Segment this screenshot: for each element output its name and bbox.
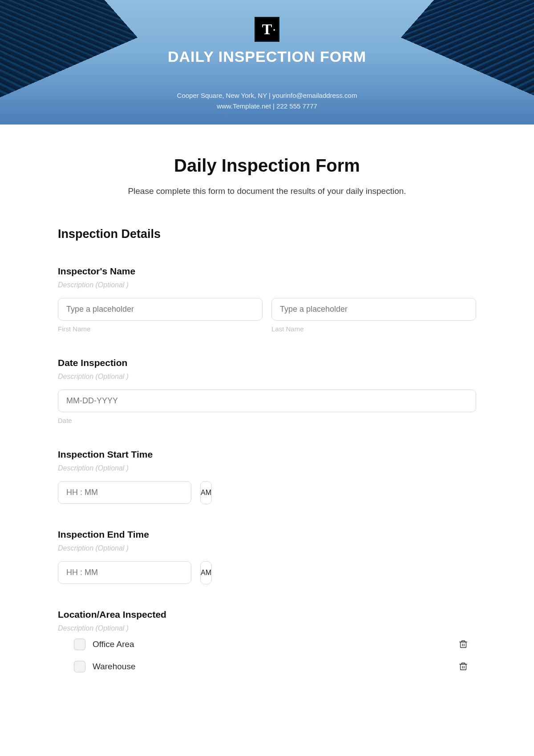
location-option-row: Office Area — [58, 632, 476, 655]
first-name-sublabel: First Name — [58, 325, 263, 333]
location-option-label: Warehouse — [93, 662, 451, 672]
brand-logo: T — [255, 17, 279, 42]
checkbox-warehouse[interactable] — [74, 661, 85, 672]
end-time-input[interactable] — [58, 561, 191, 584]
end-time-label: Inspection End Time — [58, 529, 476, 540]
header-title: DAILY INSPECTION FORM — [0, 48, 534, 65]
location-option-row: Warehouse — [58, 655, 476, 677]
trash-icon[interactable] — [458, 662, 468, 672]
form-subtitle: Please complete this form to document th… — [58, 186, 476, 196]
location-description[interactable]: Description (Optional ) — [58, 624, 476, 632]
date-inspection-description[interactable]: Description (Optional ) — [58, 373, 476, 381]
header-banner: T DAILY INSPECTION FORM Cooper Square, N… — [0, 0, 534, 125]
date-sublabel: Date — [58, 417, 476, 424]
svg-rect-1 — [461, 664, 466, 670]
end-time-ampm-toggle[interactable]: AM — [200, 561, 212, 584]
location-label: Location/Area Inspected — [58, 609, 476, 620]
start-time-input[interactable] — [58, 481, 191, 504]
date-inspection-label: Date Inspection — [58, 358, 476, 368]
first-name-input[interactable] — [58, 298, 263, 321]
end-time-description[interactable]: Description (Optional ) — [58, 544, 476, 552]
inspector-name-label: Inspector's Name — [58, 266, 476, 277]
section-heading-inspection-details: Inspection Details — [58, 227, 476, 241]
contact-line-1: Cooper Square, New York, NY | yourinfo@e… — [0, 90, 534, 101]
field-end-time: Inspection End Time Description (Optiona… — [58, 529, 476, 584]
field-location: Location/Area Inspected Description (Opt… — [58, 609, 476, 677]
field-date-inspection: Date Inspection Description (Optional ) … — [58, 358, 476, 424]
checkbox-office-area[interactable] — [74, 639, 85, 650]
last-name-input[interactable] — [271, 298, 476, 321]
form-content: Daily Inspection Form Please complete th… — [0, 125, 534, 695]
date-input[interactable] — [58, 390, 476, 412]
field-inspector-name: Inspector's Name Description (Optional )… — [58, 266, 476, 333]
inspector-name-description[interactable]: Description (Optional ) — [58, 281, 476, 289]
header-contact: Cooper Square, New York, NY | yourinfo@e… — [0, 90, 534, 112]
location-option-label: Office Area — [93, 639, 451, 649]
start-time-description[interactable]: Description (Optional ) — [58, 464, 476, 472]
last-name-sublabel: Last Name — [271, 325, 476, 333]
trash-icon[interactable] — [458, 639, 468, 649]
contact-line-2: www.Template.net | 222 555 7777 — [0, 101, 534, 112]
svg-rect-0 — [461, 642, 466, 648]
start-time-ampm-toggle[interactable]: AM — [200, 481, 212, 504]
field-start-time: Inspection Start Time Description (Optio… — [58, 449, 476, 504]
form-title: Daily Inspection Form — [58, 156, 476, 176]
start-time-label: Inspection Start Time — [58, 449, 476, 460]
